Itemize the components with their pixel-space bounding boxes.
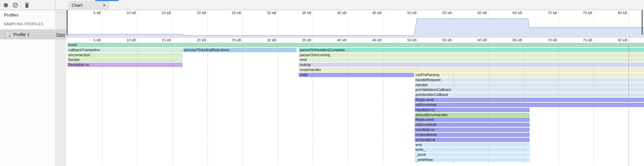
flame-bar-readable-on[interactable]: Readable.on bbox=[67, 63, 183, 67]
gridline bbox=[242, 10, 243, 37]
flame-bar-onerrorhook[interactable]: onErrorHook bbox=[415, 123, 530, 127]
view-mode-select[interactable]: Chart bbox=[68, 1, 109, 9]
view-mode-value: Chart bbox=[72, 3, 82, 8]
svg-text:%: % bbox=[8, 34, 10, 37]
toolbar-divider bbox=[55, 0, 55, 10]
flame-bar-prehandlercallback[interactable]: preHandlerCallback bbox=[415, 93, 644, 97]
flame-bar-handler[interactable]: handler bbox=[415, 83, 644, 87]
flame-bar-onsendend[interactable]: onSendEnd bbox=[415, 138, 530, 142]
overview-handle-right[interactable] bbox=[642, 10, 643, 35]
flame-bar-lookup[interactable]: lookup bbox=[299, 63, 644, 67]
profile-table-icon: % bbox=[5, 31, 10, 37]
flame-bar-callbacktrampoline[interactable]: callbackTrampoline bbox=[67, 48, 183, 52]
flame-bar-onsendhook[interactable]: onSendHook bbox=[415, 133, 530, 137]
gridline bbox=[313, 10, 313, 37]
ruler-tick-label: 80 kB bbox=[618, 38, 627, 42]
gridline-overlay bbox=[348, 43, 348, 163]
flame-bar-defaulterrorhandler[interactable]: defaultErrorHandler bbox=[415, 113, 530, 117]
gridline bbox=[137, 10, 138, 37]
gridline bbox=[102, 10, 103, 37]
gridline-overlay bbox=[523, 43, 524, 163]
flame-bar-handlerequest[interactable]: handleRequest bbox=[415, 78, 644, 82]
flame-bar--writeraw[interactable]: _writeRaw bbox=[415, 158, 530, 162]
gridline bbox=[523, 10, 524, 37]
overview-bottom-border bbox=[67, 37, 644, 37]
ruler-tick-label: 55 kB bbox=[442, 38, 452, 42]
sampling-profiles-header: SAMPLING PROFILES bbox=[4, 22, 43, 26]
chevron-down-icon bbox=[103, 5, 106, 6]
ruler-tick-label: 60 kB bbox=[478, 38, 487, 42]
sidebar-item-profile-1[interactable]: % Profile 1 Save bbox=[0, 29, 66, 39]
ruler-tick-label: 80 kB bbox=[618, 11, 627, 15]
gridline-overlay bbox=[313, 43, 313, 163]
flame-bar-reply-send[interactable]: Reply.send bbox=[415, 118, 530, 122]
flame-bar-child[interactable]: child bbox=[299, 73, 414, 77]
ruler-tick-label: 25 kB bbox=[232, 11, 241, 15]
ruler-tick-label: 45 kB bbox=[372, 38, 382, 42]
gridline-overlay bbox=[559, 43, 559, 163]
flame-bar-processticksandrejections[interactable]: processTicksAndRejections bbox=[183, 48, 297, 52]
toolbar: Chart bbox=[0, 0, 644, 10]
ruler-tick-label: 20 kB bbox=[197, 11, 206, 15]
gridline-overlay bbox=[383, 43, 383, 163]
gridline bbox=[173, 10, 173, 37]
gridline-overlay bbox=[488, 43, 489, 163]
active-tab-indicator bbox=[95, 0, 119, 1]
ruler-tick-label: 25 kB bbox=[232, 38, 241, 42]
block-icon bbox=[13, 3, 18, 8]
flame-bar-reply-send[interactable]: Reply.send bbox=[415, 98, 644, 102]
gridline bbox=[594, 10, 594, 37]
flame-bar-handleerror[interactable]: handleError bbox=[415, 108, 530, 112]
ruler-tick-label: 15 kB bbox=[162, 11, 171, 15]
flame-bar-emit[interactable]: emit bbox=[299, 58, 644, 62]
flame-bar-handleerror[interactable]: handleError bbox=[415, 128, 530, 132]
flame-bar-write-[interactable]: write_ bbox=[415, 147, 530, 152]
ruler-tick-label: 65 kB bbox=[513, 38, 522, 42]
ruler-tick-label: 30 kB bbox=[267, 11, 276, 15]
flame-bar-socket[interactable]: Socket bbox=[67, 58, 183, 62]
flame-bar-parseronheaderscomplete[interactable]: parserOnHeadersComplete bbox=[299, 48, 644, 52]
flame-bar-onerrorhook[interactable]: onErrorHook bbox=[415, 103, 644, 107]
gridline bbox=[383, 10, 383, 37]
flame-bar-end[interactable]: end bbox=[415, 143, 530, 147]
gridline-overlay bbox=[278, 43, 278, 163]
ruler-tick-label: 35 kB bbox=[302, 38, 311, 42]
ruler-tick-label: 60 kB bbox=[478, 11, 487, 15]
ruler-tick-label: 30 kB bbox=[267, 38, 276, 42]
gridline bbox=[348, 10, 348, 37]
ruler-tick-label: 5 kB bbox=[93, 38, 101, 42]
ruler-tick-label: 50 kB bbox=[407, 38, 417, 42]
ruler-tick-label: 45 kB bbox=[372, 11, 382, 15]
overview-handle-left[interactable] bbox=[67, 10, 68, 35]
flame-bar-runpreparsing[interactable]: runPreParsing bbox=[415, 73, 644, 77]
sidebar-title: Profiles bbox=[4, 12, 18, 18]
ruler-tick-label: 5 kB bbox=[93, 11, 101, 15]
flame-bar-prevalidationcallback[interactable]: preValidationCallback bbox=[415, 88, 644, 92]
gridline bbox=[278, 10, 278, 37]
clear-button[interactable] bbox=[12, 0, 18, 10]
ruler-tick-label: 10 kB bbox=[126, 38, 136, 42]
gridline-overlay bbox=[242, 43, 243, 163]
record-button[interactable] bbox=[3, 0, 8, 10]
toolbar-separator bbox=[21, 2, 21, 8]
ruler-tick-label: 10 kB bbox=[126, 11, 136, 15]
flame-bar--root-[interactable]: (root) bbox=[67, 43, 644, 47]
gridline-overlay bbox=[173, 43, 173, 163]
gridline-overlay bbox=[594, 43, 594, 163]
profile-name: Profile 1 bbox=[13, 32, 30, 37]
gridline-overlay bbox=[453, 43, 454, 163]
gridline-overlay bbox=[137, 43, 138, 163]
ruler-tick-label: 65 kB bbox=[513, 11, 522, 15]
delete-profile-button[interactable] bbox=[24, 0, 30, 10]
save-link[interactable]: Save bbox=[56, 32, 65, 37]
gridline-overlay bbox=[102, 43, 103, 163]
flame-bar-parseronincoming[interactable]: parserOnIncoming bbox=[299, 53, 644, 57]
gridline bbox=[207, 10, 208, 37]
ruler-tick-label: 15 kB bbox=[162, 38, 171, 42]
flame-bar-routehandler[interactable]: routeHandler bbox=[299, 68, 644, 72]
gridline bbox=[488, 10, 489, 37]
gridline-overlay bbox=[207, 43, 208, 163]
flame-bar-onconnection[interactable]: onconnection bbox=[67, 53, 183, 57]
trash-icon bbox=[25, 2, 29, 8]
flame-bar--send[interactable]: _send bbox=[415, 153, 530, 157]
